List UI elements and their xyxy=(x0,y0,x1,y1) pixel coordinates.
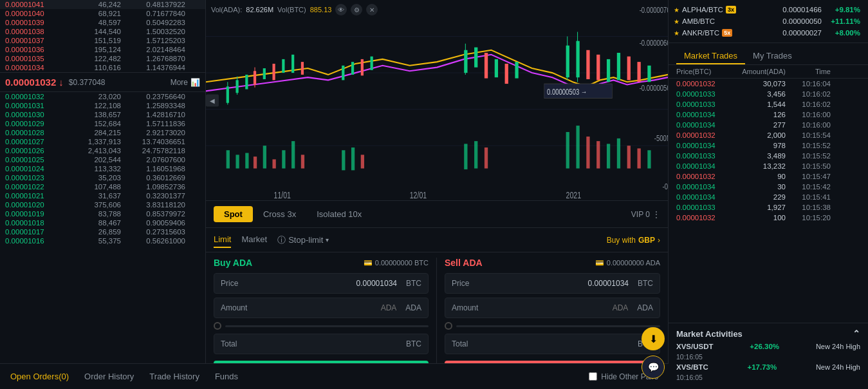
tab-funds[interactable]: Funds xyxy=(215,372,238,381)
buy-order-row[interactable]: 0.00001029 152,684 1.57111836 xyxy=(0,119,205,128)
svg-rect-57 xyxy=(607,144,610,168)
star-icon[interactable]: ★ xyxy=(674,30,679,37)
tab-my-trades[interactable]: My Trades xyxy=(745,48,800,64)
collapse-icon[interactable]: ⌃ xyxy=(853,328,860,339)
svg-rect-52 xyxy=(485,147,488,169)
buy-with-link[interactable]: Buy with GBP › xyxy=(607,236,660,245)
chart-area: Vol(ADA): 82.626M Vol(BTC) 885.13 👁 ⚙ ✕ xyxy=(206,0,668,200)
buy-amount-input[interactable] xyxy=(259,298,399,318)
buy-price-row[interactable]: Price BTC xyxy=(214,273,429,294)
buy-total-row[interactable]: Total BTC xyxy=(214,334,429,354)
buy-order-row[interactable]: 0.00001026 2,413,043 24.75782118 xyxy=(0,146,205,155)
buy-slider-row xyxy=(214,322,429,330)
buy-order-row[interactable]: 0.00001024 113,332 1.16051968 xyxy=(0,164,205,173)
buy-order-row[interactable]: 0.00001028 284,215 2.92173020 xyxy=(0,128,205,137)
tab-spot[interactable]: Spot xyxy=(214,206,253,222)
buy-order-row[interactable]: 0.00001025 202,544 2.07607600 xyxy=(0,155,205,164)
kebab-menu-icon[interactable]: ⋮ xyxy=(652,210,660,219)
svg-text:-0: -0 xyxy=(663,182,668,191)
sell-order-row[interactable]: 0.00001041 46,242 0.48137922 xyxy=(0,0,205,9)
buy-order-row[interactable]: 0.00001021 31,637 0.32301377 xyxy=(0,191,205,200)
sell-order-row[interactable]: 0.00001037 151,519 1.57125203 xyxy=(0,36,205,45)
buy-order-row[interactable]: 0.00001027 1,337,913 13.74036651 xyxy=(0,137,205,146)
crypto-list-item[interactable]: ★ AMB/BTC 0.00000050 +11.11% xyxy=(674,15,863,27)
wallet-icon: 💳 xyxy=(364,259,373,267)
buy-order-row[interactable]: 0.00001022 107,488 1.09852736 xyxy=(0,182,205,191)
buy-order-row[interactable]: 0.00001019 83,788 0.85379972 xyxy=(0,209,205,218)
svg-rect-37 xyxy=(505,64,508,84)
tab-trade-history[interactable]: Trade History xyxy=(149,372,199,381)
settings-icon[interactable]: ⚙ xyxy=(351,4,362,15)
fab-download[interactable]: ⬇ xyxy=(642,327,665,350)
sell-order-row[interactable]: 0.00001035 122,482 1.26768870 xyxy=(0,54,205,63)
sell-price-row[interactable]: Price BTC xyxy=(445,273,660,294)
sell-slider-handle[interactable] xyxy=(445,322,452,330)
tab-limit[interactable]: Limit xyxy=(214,232,231,248)
svg-rect-14 xyxy=(291,55,294,73)
sell-amount-row[interactable]: Amount ADA xyxy=(445,298,660,318)
sell-price-input[interactable] xyxy=(490,274,631,293)
buy-slider-track[interactable] xyxy=(225,325,429,327)
right-panel: ★ ALPHA/BTC 3x 0.00001466 +9.81% ★ AMB/B… xyxy=(669,0,868,389)
buy-order-row[interactable]: 0.00001031 122,108 1.25893348 xyxy=(0,101,205,110)
tab-market[interactable]: Market xyxy=(241,232,267,248)
star-icon[interactable]: ★ xyxy=(674,6,679,14)
svg-rect-16 xyxy=(226,150,230,168)
buy-order-row[interactable]: 0.00001016 55,375 0.56261000 xyxy=(0,236,205,245)
sell-order-row[interactable]: 0.00001040 68,921 0.71677840 xyxy=(0,9,205,18)
crypto-list-item[interactable]: ★ ANKR/BTC 5x 0.00000027 +8.00% xyxy=(674,27,863,39)
vip-badge: VIP 0 ⋮ xyxy=(631,210,660,219)
sell-order-row[interactable]: 0.00001034 110,616 1.14376944 xyxy=(0,63,205,72)
buy-order-row[interactable]: 0.00001018 88,467 0.90059406 xyxy=(0,218,205,227)
svg-rect-58 xyxy=(617,138,620,169)
tab-open-orders[interactable]: Open Orders(0) xyxy=(10,372,69,381)
trade-row: 0.00001034 277 10:16:00 xyxy=(669,120,868,130)
buy-amount-row[interactable]: Amount ADA xyxy=(214,298,429,318)
buy-total-input[interactable] xyxy=(259,334,400,354)
svg-rect-21 xyxy=(272,159,275,168)
buy-order-row[interactable]: 0.00001030 138,657 1.42816710 xyxy=(0,110,205,119)
close-icon[interactable]: ✕ xyxy=(366,4,378,15)
svg-rect-30 xyxy=(351,147,355,170)
svg-rect-60 xyxy=(637,148,640,168)
sell-order-row[interactable]: 0.00001036 195,124 2.02148464 xyxy=(0,45,205,54)
buy-order-row[interactable]: 0.00001020 375,606 3.83118120 xyxy=(0,200,205,209)
eye-icon[interactable]: 👁 xyxy=(335,4,347,15)
svg-text:-0.00000500: -0.00000500 xyxy=(640,84,668,93)
tab-order-history[interactable]: Order History xyxy=(84,372,134,381)
svg-rect-19 xyxy=(254,157,257,168)
chart-scroll-left[interactable]: ◀ xyxy=(206,94,219,106)
sell-order-row[interactable]: 0.00001039 48,597 0.50492283 xyxy=(0,18,205,27)
tab-market-trades[interactable]: Market Trades xyxy=(676,48,745,64)
hide-other-checkbox[interactable] xyxy=(589,372,597,381)
svg-rect-24 xyxy=(301,155,304,168)
svg-rect-11 xyxy=(263,68,266,79)
tab-cross[interactable]: Cross 3x xyxy=(253,206,306,222)
trades-col-header: Price(BTC) Amount(ADA) Time xyxy=(669,65,868,79)
buy-order-row[interactable]: 0.00001023 35,203 0.36012669 xyxy=(0,173,205,182)
svg-rect-46 xyxy=(617,53,620,80)
crypto-list-item[interactable]: ★ ALPHA/BTC 3x 0.00001466 +9.81% xyxy=(674,4,863,15)
star-icon[interactable]: ★ xyxy=(674,18,679,25)
candlestick-chart: 11/01 12/01 2021 -0.00000700 -0.00000600… xyxy=(206,0,668,200)
chart-vol-label: Vol(ADA): 82.626M Vol(BTC) 885.13 👁 ⚙ ✕ xyxy=(211,4,378,15)
tab-isolated[interactable]: Isolated 10x xyxy=(306,206,372,222)
tab-stop-limit[interactable]: ⓘ Stop-limit ▾ xyxy=(277,234,329,246)
more-button[interactable]: More 📊 xyxy=(171,78,200,87)
buy-price-input[interactable] xyxy=(259,274,400,293)
svg-text:0.00000503 →: 0.00000503 → xyxy=(547,88,587,97)
trade-row: 0.00001033 3,489 10:15:52 xyxy=(669,151,868,161)
sell-total-input[interactable] xyxy=(490,334,631,354)
buy-total-unit: BTC xyxy=(400,334,428,354)
sell-slider-track[interactable] xyxy=(456,325,660,327)
sell-total-row[interactable]: Total BTC xyxy=(445,334,660,354)
sell-amount-input[interactable] xyxy=(490,298,631,318)
buy-order-row[interactable]: 0.00001032 23,020 0.23756640 xyxy=(0,92,205,101)
sell-orders: 0.00001041 46,242 0.48137922 0.00001040 … xyxy=(0,0,205,389)
buy-slider-handle[interactable] xyxy=(214,322,221,330)
fab-chat[interactable]: 💬 xyxy=(642,356,665,379)
sell-order-row[interactable]: 0.00001038 144,540 1.50032520 xyxy=(0,27,205,36)
buy-order-row[interactable]: 0.00001017 26,859 0.27315603 xyxy=(0,227,205,236)
svg-rect-22 xyxy=(282,150,285,168)
order-book: 0.00001041 46,242 0.48137922 0.00001040 … xyxy=(0,0,206,389)
